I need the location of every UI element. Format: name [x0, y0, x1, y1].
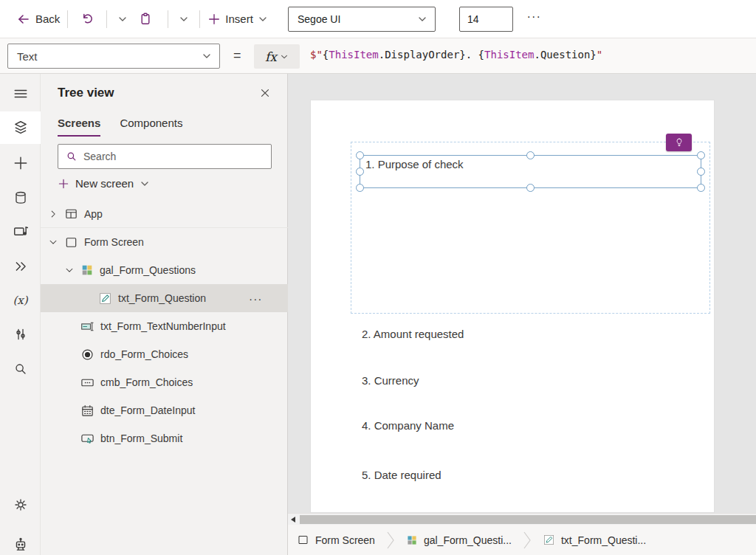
advanced-tools-icon[interactable]: [0, 318, 41, 351]
breadcrumb-separator-icon: [385, 528, 396, 553]
selected-text-control[interactable]: 1. Purpose of check: [360, 155, 701, 188]
tree-item-radio[interactable]: rdo_Form_Choices: [41, 340, 288, 368]
insert-button[interactable]: Insert: [207, 13, 268, 26]
tree-item-app[interactable]: App: [41, 200, 288, 228]
horizontal-scrollbar[interactable]: [288, 513, 756, 525]
toolbar-divider: [168, 10, 168, 28]
selection-handle[interactable]: [526, 184, 535, 192]
selection-handle[interactable]: [356, 168, 364, 176]
selection-handle[interactable]: [356, 151, 364, 159]
text-input-icon: [80, 320, 94, 334]
screen-icon: [297, 534, 309, 546]
left-rail: (x): [0, 74, 41, 555]
selection-handle[interactable]: [697, 168, 705, 176]
plus-icon: [58, 178, 69, 190]
tree-item-date[interactable]: dte_Form_DateInput: [41, 396, 288, 424]
gallery-item-2[interactable]: 2. Amount requested: [362, 328, 464, 340]
property-selector-dropdown[interactable]: Text: [7, 44, 220, 69]
undo-button[interactable]: [75, 12, 99, 27]
chevron-down-icon[interactable]: [48, 237, 58, 247]
media-icon[interactable]: [0, 216, 41, 249]
close-icon[interactable]: [259, 87, 271, 99]
search-input[interactable]: [83, 151, 265, 162]
selection-handle[interactable]: [526, 151, 535, 159]
calendar-icon: [80, 404, 94, 418]
tab-screens[interactable]: Screens: [58, 117, 100, 137]
property-selector-value: Text: [17, 50, 38, 63]
breadcrumb-gallery[interactable]: gal_Form_Questi...: [406, 534, 512, 546]
chevron-down-icon[interactable]: [64, 265, 75, 275]
gallery-item-3[interactable]: 3. Currency: [362, 374, 419, 387]
combobox-icon: [80, 376, 94, 390]
tree-item-label: dte_Form_DateInput: [100, 404, 195, 416]
font-size-input[interactable]: [459, 7, 513, 32]
power-apps-studio: Back Insert Segoe UI: [0, 0, 756, 555]
formula-input[interactable]: $"{ThisItem.DisplayOrder}. {ThisItem.Que…: [310, 49, 602, 61]
tree-item-label: cmb_Form_Choices: [100, 376, 193, 388]
top-toolbar: Back Insert Segoe UI: [0, 0, 756, 38]
gallery-item-4[interactable]: 4. Company Name: [362, 419, 454, 432]
text-label-icon: [98, 292, 112, 306]
tree-item-label: Form Screen: [84, 236, 144, 248]
new-screen-chevron-icon: [140, 179, 150, 189]
toolbar-overflow-button[interactable]: ...: [527, 7, 541, 21]
tab-components[interactable]: Components: [120, 117, 182, 137]
tree-view-panel: Tree view Screens Components New screen: [41, 74, 288, 555]
paste-button[interactable]: [131, 12, 160, 27]
search-icon[interactable]: [0, 353, 41, 385]
insert-label: Insert: [225, 13, 253, 25]
font-family-dropdown[interactable]: Segoe UI: [288, 7, 436, 32]
toolbar-divider: [199, 10, 200, 28]
variables-icon[interactable]: (x): [0, 284, 41, 317]
toolbar-divider: [67, 10, 68, 28]
back-arrow-icon: [16, 12, 31, 27]
scrollbar-thumb[interactable]: [300, 515, 756, 524]
main-body: (x) Tree view Screens Components: [0, 74, 756, 555]
settings-icon[interactable]: [0, 489, 41, 521]
gallery-item-5[interactable]: 5. Date required: [362, 469, 441, 481]
tree-item-txt-form-question[interactable]: txt_Form_Question ...: [41, 284, 288, 312]
selection-handle[interactable]: [697, 184, 705, 192]
back-button[interactable]: Back: [16, 12, 60, 27]
fx-chevron-icon: [280, 52, 289, 61]
bot-icon[interactable]: [0, 528, 41, 555]
font-family-value: Segoe UI: [298, 13, 340, 25]
plus-icon[interactable]: [0, 147, 41, 179]
tree-item-label: btn_Form_Submit: [100, 432, 182, 444]
tree-item-label: rdo_Form_Choices: [100, 348, 188, 360]
tree-view-icon[interactable]: [0, 111, 41, 144]
breadcrumb: Form Screen gal_Form_Questi...: [288, 525, 756, 555]
tree-item-form-screen[interactable]: Form Screen: [41, 228, 288, 256]
undo-menu-chevron-icon[interactable]: [114, 14, 131, 24]
chevron-right-icon[interactable]: [48, 209, 58, 219]
paste-menu-chevron-icon[interactable]: [176, 14, 192, 24]
button-icon: [80, 432, 94, 446]
back-label: Back: [35, 13, 60, 25]
tree-item-label: App: [84, 208, 103, 220]
tree-item-button[interactable]: btn_Form_Submit: [41, 424, 288, 452]
breadcrumb-label: txt_Form_Questi...: [561, 534, 646, 546]
tree-item-gallery[interactable]: gal_Form_Questions: [41, 256, 288, 284]
new-screen-button[interactable]: New screen: [58, 177, 150, 190]
breadcrumb-label: Form Screen: [315, 534, 375, 546]
suggestion-badge[interactable]: [666, 134, 692, 151]
property-chevron-icon: [202, 51, 212, 61]
breadcrumb-text-control[interactable]: txt_Form_Questi...: [543, 534, 646, 546]
text-label-icon: [543, 534, 555, 546]
fx-button[interactable]: fx: [254, 44, 300, 69]
canvas-workspace: 1. Purpose of check 2. Amount requested …: [288, 74, 756, 555]
power-automate-icon[interactable]: [0, 250, 41, 283]
data-icon[interactable]: [0, 182, 41, 214]
breadcrumb-form-screen[interactable]: Form Screen: [297, 534, 375, 546]
search-icon: [66, 151, 78, 162]
menu-icon[interactable]: [0, 77, 41, 110]
tree-item-label: txt_Form_TextNumberInput: [100, 320, 226, 332]
selected-control-text: 1. Purpose of check: [365, 158, 464, 170]
selection-handle[interactable]: [697, 151, 705, 159]
tree-item-combobox[interactable]: cmb_Form_Choices: [41, 368, 288, 396]
tree-item-text-input[interactable]: txt_Form_TextNumberInput: [41, 312, 288, 340]
panel-title: Tree view: [58, 86, 114, 100]
scroll-left-arrow-icon[interactable]: [291, 517, 295, 523]
row-overflow-button[interactable]: ...: [249, 290, 263, 303]
selection-handle[interactable]: [356, 184, 364, 192]
